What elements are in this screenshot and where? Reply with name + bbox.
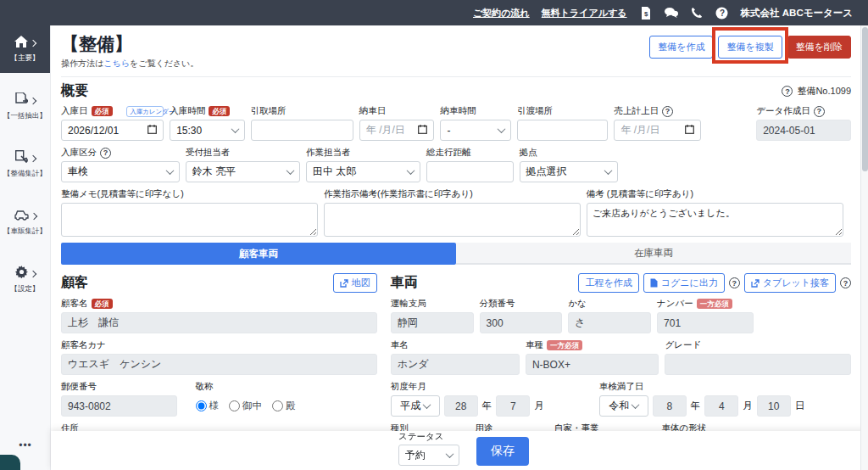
topbar: ご契約の流れ 無料トライアルする $ ? 株式会社 ABCモータース (0, 0, 868, 25)
pickup-place-input[interactable] (251, 120, 353, 141)
sales-date-input[interactable]: 年 /月/日 (614, 120, 701, 141)
bottom-action-bar: ステータス 予約 保存 (51, 431, 868, 470)
map-button[interactable]: 地図 (333, 273, 377, 293)
plate-number-input[interactable]: 701 (657, 312, 754, 333)
maintenance-number: 整備No.1099 (797, 85, 851, 98)
delivery-date-input[interactable]: 年 /月/日 (359, 120, 435, 141)
calendar-icon[interactable] (685, 125, 694, 137)
first-reg-month-input[interactable]: 7 (496, 395, 530, 417)
company-name: 株式会社 ABCモータース (741, 7, 853, 20)
customer-heading: 顧客 (61, 274, 88, 292)
tablet-reception-button[interactable]: タブレット接客 (744, 273, 836, 293)
document-export-icon (15, 92, 28, 109)
chat-icon[interactable] (665, 6, 678, 20)
honorific-radio-group: 様 御中 殿 (196, 395, 377, 417)
svg-text:?: ? (720, 8, 725, 18)
plate-kana-input[interactable]: さ (568, 312, 651, 333)
page-title: 【整備】 (61, 32, 198, 56)
vehicle-heading: 車両 (391, 274, 418, 292)
chevron-down-icon (498, 125, 506, 133)
first-reg-year-input[interactable]: 28 (444, 395, 478, 417)
external-link-icon (340, 279, 348, 288)
tab-stock-vehicle[interactable]: 在庫車両 (456, 243, 851, 265)
calendar-icon[interactable] (147, 125, 157, 137)
inspection-year-input[interactable]: 8 (653, 395, 687, 417)
inspection-era-select[interactable]: 令和 (599, 395, 648, 417)
grade-input[interactable] (665, 354, 851, 375)
honorific-sama[interactable]: 様 (196, 400, 220, 412)
sidebar-item-label: 【一括抽出】 (3, 111, 47, 121)
nyuko-calendar-button[interactable]: 入庫カレンダー (126, 106, 164, 117)
nyuko-kubun-select[interactable]: 車検 (61, 161, 180, 182)
transport-office-input[interactable]: 静岡 (391, 312, 474, 333)
invoice-icon[interactable]: $ (639, 6, 653, 20)
sidebar-item-car-sales-summary[interactable]: 【車販集計】 (0, 199, 50, 246)
help-line: 操作方法はこちらをご覧ください。 (61, 58, 198, 70)
gear-icon (15, 266, 28, 282)
duplicate-maintenance-button[interactable]: 整備を複製 (718, 36, 782, 59)
wrench-icon (15, 150, 28, 166)
save-button[interactable]: 保存 (476, 437, 529, 466)
delivery-time-select[interactable]: - (440, 120, 511, 141)
honorific-dono[interactable]: 殿 (272, 400, 296, 412)
mileage-input[interactable] (426, 161, 514, 182)
work-staff-select[interactable]: 田中 太郎 (306, 161, 420, 182)
status-select[interactable]: 予約 (398, 445, 459, 466)
create-process-button[interactable]: 工程を作成 (578, 273, 638, 293)
inspection-day-input[interactable]: 10 (757, 395, 791, 417)
customer-name-input[interactable]: 上杉 謙信 (61, 312, 377, 333)
sidebar-item-settings[interactable]: 【設定】 (0, 256, 50, 304)
sidebar-item-maintenance-summary[interactable]: 【整備集計】 (0, 141, 50, 188)
chevron-right-icon (30, 212, 36, 219)
help-circle-icon[interactable]: ? (100, 148, 111, 159)
remarks-textarea[interactable]: ご来店ありがとうございました。 (587, 203, 843, 237)
tab-customer-vehicle[interactable]: 顧客車両 (61, 243, 456, 265)
external-link-icon (751, 279, 760, 288)
help-circle-icon[interactable]: ? (662, 106, 673, 117)
model-input[interactable]: N-BOX+ (526, 354, 659, 375)
first-reg-era-select[interactable]: 平成 (391, 395, 440, 417)
required-badge: 必須 (92, 299, 113, 309)
home-icon (14, 36, 28, 51)
sidebar-item-batch-extract[interactable]: 【一括抽出】 (0, 83, 50, 131)
overview-heading: 概要 (61, 82, 88, 100)
required-badge: 必須 (92, 106, 113, 116)
scrollbar[interactable] (860, 25, 868, 470)
inspection-month-input[interactable]: 4 (704, 395, 738, 417)
customer-kana-input[interactable]: ウエスギ ケンシン (61, 354, 377, 375)
reception-staff-select[interactable]: 鈴木 亮平 (186, 161, 300, 182)
free-trial-link[interactable]: 無料トライアルする (542, 7, 627, 20)
chat-widget-corner[interactable] (0, 455, 20, 470)
chevron-down-icon (604, 166, 613, 175)
honorific-onchu[interactable]: 御中 (229, 400, 262, 412)
maker-input[interactable]: ホンダ (391, 354, 520, 375)
help-circle-icon[interactable]: ? (840, 277, 851, 288)
zip-input[interactable]: 943-0802 (61, 395, 177, 417)
sidebar-more-button[interactable]: ••• (0, 439, 51, 451)
help-circle-icon[interactable]: ? (814, 106, 825, 117)
maintenance-memo-textarea[interactable] (61, 203, 318, 237)
scrollbar-thumb[interactable] (862, 27, 868, 171)
contract-flow-link[interactable]: ご契約の流れ (473, 7, 530, 20)
calendar-icon[interactable] (418, 125, 427, 137)
help-here-link[interactable]: こちら (103, 59, 130, 68)
delete-maintenance-button[interactable]: 整備を削除 (787, 36, 851, 59)
sidebar-item-label: 【設定】 (11, 284, 40, 294)
nyuko-date-input[interactable]: 2026/12/01 (61, 120, 164, 141)
base-select[interactable]: 拠点選択 (520, 161, 619, 182)
svg-text:$: $ (644, 10, 648, 18)
data-created-input: 2024-05-01 (756, 120, 851, 141)
handover-place-input[interactable] (517, 120, 608, 141)
create-maintenance-button[interactable]: 整備を作成 (649, 36, 713, 59)
class-no-input[interactable]: 300 (480, 312, 563, 333)
help-circle-icon[interactable]: ? (782, 86, 793, 97)
chevron-down-icon (407, 166, 415, 175)
nyuko-time-select[interactable]: 15:30 (170, 120, 245, 141)
help-icon[interactable]: ? (715, 6, 729, 20)
cogni-export-button[interactable]: コグニに出力 (643, 273, 725, 293)
work-instruction-textarea[interactable] (324, 203, 581, 237)
phone-icon[interactable] (690, 6, 704, 20)
either-required-badge: 一方必須 (547, 340, 582, 350)
sidebar-item-main[interactable]: 【主要】 (0, 25, 50, 73)
help-circle-icon[interactable]: ? (729, 277, 740, 288)
